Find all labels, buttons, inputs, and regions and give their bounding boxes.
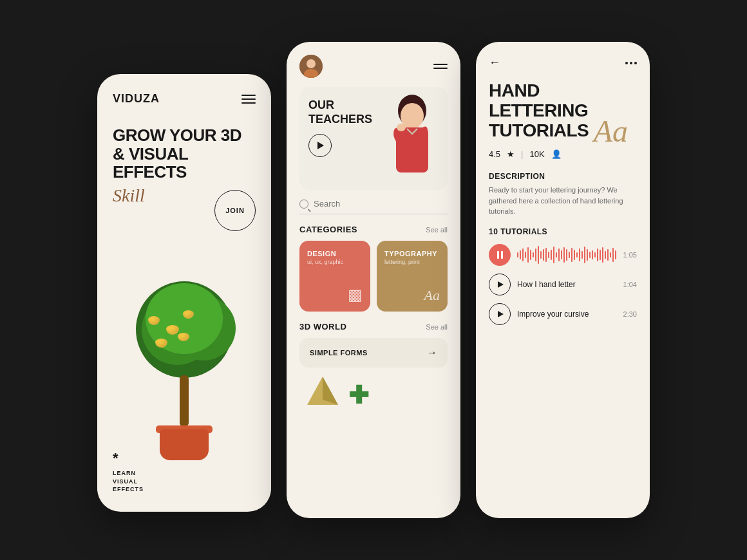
play-tri-icon-2 <box>498 281 504 288</box>
search-input[interactable] <box>314 199 448 209</box>
tutorial-2-name: How I hand letter <box>517 280 617 289</box>
play-button-2[interactable] <box>489 274 511 295</box>
divider: | <box>521 149 523 159</box>
typography-aa-icon: Aa <box>424 287 440 304</box>
description-title: DESCRIPTION <box>489 172 637 181</box>
card3-header: ← <box>489 56 637 70</box>
students-icon: 👤 <box>551 149 562 159</box>
svg-point-1 <box>307 59 316 68</box>
back-button[interactable]: ← <box>489 56 500 70</box>
play-tri-icon-3 <box>498 311 504 317</box>
tutorial-item-2: How I hand letter 1:04 <box>489 274 637 295</box>
card1-header: VIDUZA <box>113 92 256 106</box>
teacher-svg <box>377 90 448 190</box>
cat-typo-title: TYPOGRAPHY <box>384 250 440 257</box>
main-headline: GROW YOUR 3D & VISUAL EFFECTS <box>113 126 256 182</box>
tutorial-item-1: 1:05 <box>489 244 637 266</box>
simple-forms-row[interactable]: SIMPLE FORMS → <box>299 338 448 368</box>
categories-title: CATEGORIES <box>299 225 357 234</box>
arrow-right-icon: → <box>427 347 437 359</box>
cross-icon: ✚ <box>348 383 369 407</box>
play-button-3[interactable] <box>489 303 511 325</box>
world-title: 3D WORLD <box>299 322 346 331</box>
plant-illustration <box>120 280 249 460</box>
rating-row: 4.5 ★ | 10K 👤 <box>489 149 637 159</box>
tutorials-count-label: 10 TUTORIALS <box>489 227 637 236</box>
waveform <box>517 244 617 266</box>
teacher-banner: OURTEACHERS <box>299 87 448 190</box>
cat-typo-sub: lettering, print <box>384 259 440 265</box>
decorative-aa: Aa <box>594 113 628 149</box>
card-tutorials: ← HANDLETTERINGTUTORIALS Aa 4.5 ★ | 10K … <box>476 42 650 518</box>
pause-icon <box>497 251 503 259</box>
dot1 <box>625 62 628 64</box>
svg-point-8 <box>397 124 406 131</box>
avatar-image <box>299 55 323 78</box>
dot2 <box>630 62 632 64</box>
tutorial-item-3: Improve your cursive 2:30 <box>489 303 637 325</box>
star-icon: ★ <box>507 149 515 159</box>
rating-value: 4.5 <box>489 149 500 159</box>
description-section: DESCRIPTION Ready to start your letterin… <box>489 172 637 217</box>
card2-header <box>299 55 448 78</box>
pause-button-1[interactable] <box>489 244 511 266</box>
description-text: Ready to start your lettering journey? W… <box>489 185 637 217</box>
categories-header: CATEGORIES See all <box>299 225 448 234</box>
teacher-figure <box>377 90 448 190</box>
simple-forms-label: SIMPLE FORMS <box>310 349 368 357</box>
play-triangle-icon <box>317 142 324 149</box>
card-viduza: VIDUZA GROW YOUR 3D & VISUAL EFFECTS Ski… <box>97 74 271 512</box>
students-count: 10K <box>529 149 544 159</box>
card-browse: OURTEACHERS <box>287 42 460 518</box>
world-see-all[interactable]: See all <box>426 323 448 331</box>
search-icon <box>299 200 308 209</box>
asterisk-icon: * <box>113 450 144 467</box>
tutorial-3-name: Improve your cursive <box>517 310 617 319</box>
menu-icon[interactable] <box>433 64 448 69</box>
hamburger-menu-icon[interactable] <box>241 95 256 104</box>
bottom-tag: * LEARNVISUALEFFECTS <box>113 450 144 494</box>
category-design[interactable]: DESIGN ui, ux, graphic ▩ <box>299 241 370 312</box>
learn-label: LEARNVISUALEFFECTS <box>113 469 144 494</box>
join-button[interactable]: JOIN <box>214 190 256 231</box>
figma-icon: ▩ <box>348 286 363 304</box>
world-header: 3D WORLD See all <box>299 322 448 331</box>
cat-design-sub: ui, ux, graphic <box>307 259 363 265</box>
play-button[interactable] <box>308 134 332 157</box>
brand-name: VIDUZA <box>113 92 160 106</box>
category-typography[interactable]: TYPOGRAPHY lettering, print Aa <box>377 241 448 312</box>
pyramid-icon <box>306 374 339 407</box>
dot3 <box>634 62 637 64</box>
search-bar[interactable] <box>299 199 448 214</box>
shapes-preview: ✚ <box>299 374 448 407</box>
avatar[interactable] <box>299 55 323 78</box>
tutorial-3-duration: 2:30 <box>623 310 637 318</box>
more-options-button[interactable] <box>625 62 637 64</box>
tutorial-1-duration: 1:05 <box>623 251 637 259</box>
cat-design-title: DESIGN <box>307 250 363 257</box>
categories-grid: DESIGN ui, ux, graphic ▩ TYPOGRAPHY lett… <box>299 241 448 312</box>
categories-see-all[interactable]: See all <box>426 226 448 234</box>
tutorial-2-duration: 1:04 <box>623 281 637 288</box>
tutorials-section: 10 TUTORIALS <box>489 227 637 325</box>
